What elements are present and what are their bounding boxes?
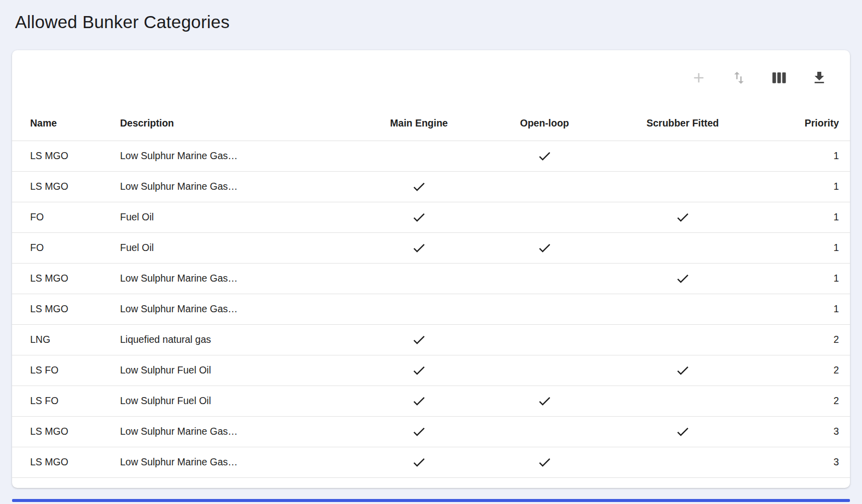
check-icon	[361, 455, 477, 470]
columns-icon	[771, 70, 787, 87]
cell-priority: 3	[758, 416, 850, 447]
table-row[interactable]: LS MGOLow Sulphur Marine Gas… 1	[12, 171, 850, 202]
table-body: LS MGOLow Sulphur Marine Gas… 1LS MGOLow…	[12, 141, 850, 477]
column-header-description[interactable]: Description	[115, 106, 356, 141]
sort-button[interactable]	[730, 70, 747, 87]
cell-open-loop	[482, 263, 607, 294]
cell-main-engine	[356, 355, 482, 386]
cell-name: LS MGO	[12, 294, 115, 324]
column-header-name[interactable]: Name	[12, 106, 115, 141]
cell-main-engine	[356, 141, 482, 171]
cell-main-engine	[356, 263, 482, 294]
cell-name: LS MGO	[12, 416, 115, 447]
check-icon	[361, 363, 477, 378]
cell-scrubber-fitted	[607, 324, 758, 355]
cell-name: LS MGO	[12, 141, 115, 171]
page-title: Allowed Bunker Categories	[0, 0, 862, 32]
download-icon	[811, 70, 827, 87]
table-row[interactable]: LS MGOLow Sulphur Marine Gas… 3	[12, 416, 850, 447]
check-icon	[612, 271, 753, 286]
cell-open-loop	[482, 171, 607, 202]
check-icon	[361, 179, 477, 194]
check-icon	[361, 332, 477, 347]
cell-name: LS MGO	[12, 447, 115, 477]
cell-main-engine	[356, 324, 482, 355]
cell-name: LS FO	[12, 355, 115, 386]
columns-button[interactable]	[771, 70, 788, 87]
add-button[interactable]	[690, 70, 707, 87]
table-row[interactable]: LS FOLow Sulphur Fuel Oil 2	[12, 355, 850, 386]
bottom-accent-bar	[12, 499, 850, 502]
bunker-categories-card: NameDescriptionMain EngineOpen-loopScrub…	[12, 50, 850, 488]
cell-scrubber-fitted	[607, 141, 758, 171]
check-icon	[361, 240, 477, 256]
cell-main-engine	[356, 294, 482, 324]
check-icon	[612, 363, 753, 378]
download-button[interactable]	[811, 70, 828, 87]
cell-scrubber-fitted	[607, 171, 758, 202]
cell-description: Low Sulphur Marine Gas…	[115, 416, 356, 447]
table-row[interactable]: FOFuel Oil 1	[12, 202, 850, 232]
table-row[interactable]: FOFuel Oil 1	[12, 232, 850, 263]
check-icon	[487, 455, 602, 470]
cell-open-loop	[482, 355, 607, 386]
table-row[interactable]: LS MGOLow Sulphur Marine Gas…1	[12, 294, 850, 324]
cell-priority: 1	[758, 202, 850, 232]
cell-scrubber-fitted	[607, 447, 758, 477]
cell-description: Fuel Oil	[115, 202, 356, 232]
table-row[interactable]: LS MGOLow Sulphur Marine Gas… 1	[12, 263, 850, 294]
cell-name: LNG	[12, 324, 115, 355]
column-header-scrubber-fitted[interactable]: Scrubber Fitted	[607, 106, 758, 141]
cell-description: Liquefied natural gas	[115, 324, 356, 355]
cell-main-engine	[356, 386, 482, 416]
column-header-main-engine[interactable]: Main Engine	[356, 106, 482, 141]
column-header-open-loop[interactable]: Open-loop	[482, 106, 607, 141]
cell-description: Fuel Oil	[115, 232, 356, 263]
check-icon	[361, 210, 477, 225]
cell-priority: 1	[758, 263, 850, 294]
table-row[interactable]: LS FOLow Sulphur Fuel Oil 2	[12, 386, 850, 416]
cell-open-loop	[482, 202, 607, 232]
cell-scrubber-fitted	[607, 263, 758, 294]
cell-open-loop	[482, 232, 607, 263]
table-toolbar	[12, 50, 850, 106]
check-icon	[361, 424, 477, 439]
table-header-row: NameDescriptionMain EngineOpen-loopScrub…	[12, 106, 850, 141]
cell-description: Low Sulphur Fuel Oil	[115, 355, 356, 386]
cell-scrubber-fitted	[607, 232, 758, 263]
cell-priority: 2	[758, 386, 850, 416]
cell-scrubber-fitted	[607, 202, 758, 232]
cell-main-engine	[356, 171, 482, 202]
cell-open-loop	[482, 294, 607, 324]
cell-scrubber-fitted	[607, 355, 758, 386]
check-icon	[487, 149, 602, 164]
column-header-priority[interactable]: Priority	[758, 106, 850, 141]
sort-arrows-icon	[731, 70, 747, 87]
table-row[interactable]: LS MGOLow Sulphur Marine Gas… 3	[12, 447, 850, 477]
cell-scrubber-fitted	[607, 294, 758, 324]
cell-description: Low Sulphur Marine Gas…	[115, 447, 356, 477]
check-icon	[612, 210, 753, 225]
cell-description: Low Sulphur Marine Gas…	[115, 263, 356, 294]
cell-priority: 1	[758, 294, 850, 324]
cell-name: FO	[12, 202, 115, 232]
cell-priority: 1	[758, 232, 850, 263]
cell-priority: 1	[758, 171, 850, 202]
cell-priority: 2	[758, 355, 850, 386]
cell-scrubber-fitted	[607, 386, 758, 416]
check-icon	[487, 394, 602, 409]
cell-priority: 3	[758, 447, 850, 477]
table-row[interactable]: LS MGOLow Sulphur Marine Gas… 1	[12, 141, 850, 171]
check-icon	[487, 240, 602, 256]
cell-name: FO	[12, 232, 115, 263]
cell-description: Low Sulphur Fuel Oil	[115, 386, 356, 416]
check-icon	[361, 394, 477, 409]
cell-description: Low Sulphur Marine Gas…	[115, 171, 356, 202]
cell-open-loop	[482, 416, 607, 447]
bunker-categories-table: NameDescriptionMain EngineOpen-loopScrub…	[12, 106, 850, 478]
cell-name: LS FO	[12, 386, 115, 416]
cell-open-loop	[482, 447, 607, 477]
cell-name: LS MGO	[12, 263, 115, 294]
check-icon	[612, 424, 753, 439]
table-row[interactable]: LNGLiquefied natural gas 2	[12, 324, 850, 355]
